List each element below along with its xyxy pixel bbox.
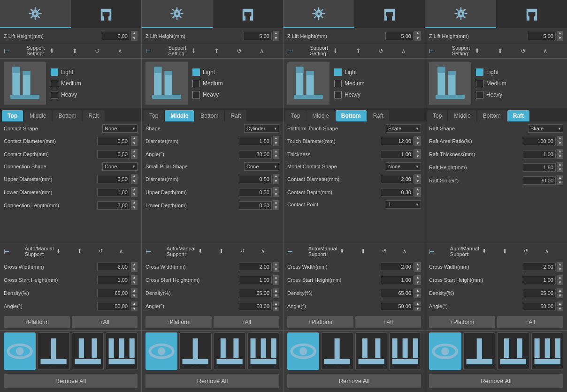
auto-export-icon[interactable]: ⬆ xyxy=(361,248,379,254)
preset-checkbox[interactable] xyxy=(51,68,58,76)
stepper-up[interactable]: ▲ xyxy=(414,149,421,154)
preset-checkbox[interactable] xyxy=(334,80,342,87)
preset-option-light[interactable]: Light xyxy=(334,68,365,76)
stepper-down[interactable]: ▼ xyxy=(414,294,421,298)
number-input[interactable] xyxy=(239,302,272,310)
preset-option-heavy[interactable]: Heavy xyxy=(192,91,223,98)
stepper-up[interactable]: ▲ xyxy=(131,275,138,280)
dropdown-select[interactable]: CylinderConeSquare xyxy=(244,124,279,133)
number-input[interactable] xyxy=(97,289,130,297)
z-lift-input[interactable] xyxy=(244,32,272,40)
z-lift-stepper-up[interactable]: ▲ xyxy=(557,31,563,36)
z-lift-input[interactable] xyxy=(528,32,556,40)
preset-checkbox[interactable] xyxy=(192,91,200,98)
platform-button[interactable]: +Platform xyxy=(146,316,212,328)
number-input[interactable] xyxy=(523,163,556,172)
dropdown-select[interactable]: ConeCylinder xyxy=(244,162,279,171)
stepper-up[interactable]: ▲ xyxy=(131,136,138,141)
stepper-down[interactable]: ▼ xyxy=(131,205,138,210)
collapse-icon[interactable]: ∧ xyxy=(401,47,421,54)
remove-all-button[interactable]: Remove All xyxy=(4,374,138,388)
stepper-down[interactable]: ▼ xyxy=(131,307,138,311)
pipe3-tool-btn[interactable] xyxy=(389,332,421,370)
stepper-down[interactable]: ▼ xyxy=(131,192,138,197)
stepper-up[interactable]: ▲ xyxy=(414,275,421,280)
number-input[interactable] xyxy=(97,188,130,196)
tab-raft[interactable]: Raft xyxy=(368,110,389,121)
tab-middle[interactable]: Middle xyxy=(448,110,476,121)
pipe2-tool-btn[interactable] xyxy=(72,332,104,370)
collapse-icon[interactable]: ∧ xyxy=(260,47,280,54)
reset-icon[interactable]: ↺ xyxy=(237,47,257,54)
platform-button[interactable]: +Platform xyxy=(287,316,353,328)
number-input[interactable] xyxy=(523,289,556,297)
number-input[interactable] xyxy=(97,276,130,284)
stepper-up[interactable]: ▲ xyxy=(273,174,279,179)
number-input[interactable] xyxy=(239,175,272,183)
number-input[interactable] xyxy=(381,188,414,196)
remove-all-button[interactable]: Remove All xyxy=(146,374,279,388)
stepper-up[interactable]: ▲ xyxy=(131,187,138,192)
preset-option-medium[interactable]: Medium xyxy=(476,80,506,87)
stepper-up[interactable]: ▲ xyxy=(557,275,563,280)
tab-middle[interactable]: Middle xyxy=(24,110,52,121)
tab-top[interactable]: Top xyxy=(427,110,447,121)
z-lift-input[interactable] xyxy=(385,32,414,40)
number-input[interactable] xyxy=(97,201,130,210)
stepper-up[interactable]: ▲ xyxy=(131,262,138,267)
stepper-up[interactable]: ▲ xyxy=(273,262,279,267)
stepper-down[interactable]: ▼ xyxy=(273,192,279,197)
number-input[interactable] xyxy=(523,263,556,271)
preset-checkbox[interactable] xyxy=(192,80,200,87)
export-icon[interactable]: ⬆ xyxy=(72,47,92,54)
preset-option-heavy[interactable]: Heavy xyxy=(476,91,506,98)
stepper-down[interactable]: ▼ xyxy=(557,280,563,285)
stepper-down[interactable]: ▼ xyxy=(414,307,421,311)
tab-bottom[interactable]: Bottom xyxy=(477,110,506,121)
stepper-down[interactable]: ▼ xyxy=(414,280,421,285)
reset-icon[interactable]: ↺ xyxy=(521,47,541,54)
stepper-down[interactable]: ▼ xyxy=(273,294,279,298)
tab-raft[interactable]: Raft xyxy=(83,110,104,121)
pipe1-tool-btn[interactable] xyxy=(38,332,69,370)
auto-collapse-icon[interactable]: ∧ xyxy=(545,248,563,254)
tab-raft[interactable]: Raft xyxy=(507,110,529,121)
stepper-up[interactable]: ▲ xyxy=(273,136,279,141)
stepper-up[interactable]: ▲ xyxy=(273,200,279,205)
stepper-down[interactable]: ▼ xyxy=(557,181,563,185)
auto-reset-icon[interactable]: ↺ xyxy=(524,248,542,254)
number-input[interactable] xyxy=(523,276,556,284)
settings-icon-btn[interactable] xyxy=(0,0,71,28)
stepper-up[interactable]: ▲ xyxy=(131,302,138,306)
stepper-down[interactable]: ▼ xyxy=(557,267,563,272)
stepper-up[interactable]: ▲ xyxy=(557,262,563,267)
stepper-up[interactable]: ▲ xyxy=(557,162,563,167)
stepper-up[interactable]: ▲ xyxy=(273,187,279,192)
tab-middle[interactable]: Middle xyxy=(165,110,194,121)
arch-icon-btn[interactable] xyxy=(71,0,142,28)
stepper-down[interactable]: ▼ xyxy=(273,141,279,146)
collapse-icon[interactable]: ∧ xyxy=(118,47,138,54)
auto-reset-icon[interactable]: ↺ xyxy=(99,248,117,254)
number-input[interactable] xyxy=(239,263,272,271)
collapse-icon[interactable]: ∧ xyxy=(543,47,563,54)
auto-collapse-icon[interactable]: ∧ xyxy=(119,248,138,254)
number-input[interactable] xyxy=(239,137,272,145)
stepper-up[interactable]: ▲ xyxy=(273,275,279,280)
stepper-up[interactable]: ▲ xyxy=(557,175,563,180)
stepper-up[interactable]: ▲ xyxy=(273,288,279,293)
stepper-down[interactable]: ▼ xyxy=(273,307,279,311)
preset-checkbox[interactable] xyxy=(192,68,200,76)
number-input[interactable] xyxy=(97,137,130,145)
stepper-up[interactable]: ▲ xyxy=(557,302,563,306)
tab-top[interactable]: Top xyxy=(2,110,23,121)
stepper-down[interactable]: ▼ xyxy=(273,179,279,184)
preset-option-light[interactable]: Light xyxy=(192,68,223,76)
all-button[interactable]: +All xyxy=(72,316,138,328)
stepper-down[interactable]: ▼ xyxy=(414,192,421,197)
stepper-up[interactable]: ▲ xyxy=(414,136,421,141)
export-icon[interactable]: ⬆ xyxy=(356,47,376,54)
stepper-down[interactable]: ▼ xyxy=(557,307,563,311)
preset-checkbox[interactable] xyxy=(476,80,483,87)
stepper-up[interactable]: ▲ xyxy=(131,288,138,293)
